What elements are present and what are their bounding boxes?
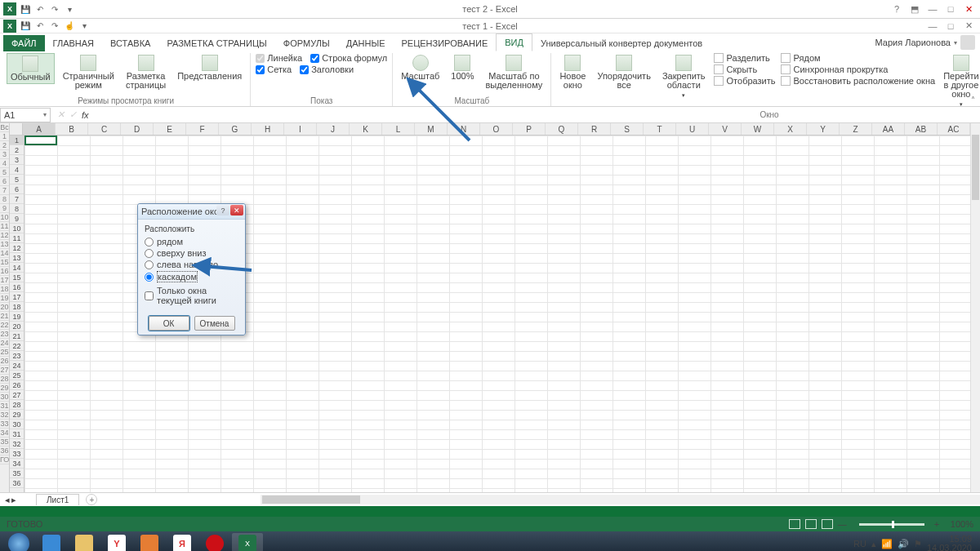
tab-file[interactable]: ФАЙЛ (3, 35, 45, 51)
minimize-icon[interactable]: — (924, 3, 941, 15)
chk-active-workbook[interactable]: Только окна текущей книги (145, 286, 238, 305)
collapse-ribbon-icon[interactable]: ˄ (971, 96, 975, 104)
row-header[interactable]: 24 (10, 361, 24, 371)
ok-button[interactable]: ОК (149, 316, 189, 331)
radio-vertical[interactable]: слева направо (145, 260, 238, 269)
col-header[interactable]: H (252, 123, 284, 135)
dialog-close-icon[interactable]: ✕ (230, 205, 243, 216)
undo-icon[interactable]: ↶ (34, 20, 46, 32)
opera-icon[interactable] (199, 533, 230, 551)
zoom-in-icon[interactable]: + (934, 519, 946, 529)
redo-icon[interactable]: ↷ (49, 3, 60, 15)
tab-review[interactable]: РЕЦЕНЗИРОВАНИЕ (393, 35, 496, 51)
col-header[interactable]: Q (546, 123, 578, 135)
col-header[interactable]: Y (807, 123, 840, 135)
row-header[interactable]: 13 (10, 253, 24, 263)
yandex-icon[interactable]: Y (101, 533, 132, 551)
zoom-slider[interactable] (859, 523, 924, 526)
radio-cascade[interactable]: каскадом (145, 271, 238, 282)
split-button[interactable]: Разделить (714, 53, 776, 63)
new-window-button[interactable]: Новое окно (556, 53, 589, 91)
row-header[interactable]: 29 (10, 410, 24, 420)
player-icon[interactable] (134, 533, 165, 551)
col-header[interactable]: AC (938, 123, 970, 135)
enter-fx-icon[interactable]: ✓ (69, 109, 77, 120)
cancel-fx-icon[interactable]: ✕ (57, 109, 65, 120)
col-header[interactable]: N (448, 123, 480, 135)
row-header[interactable]: 26 (10, 380, 24, 390)
explorer-icon[interactable] (69, 533, 100, 551)
row-header[interactable]: 22 (10, 341, 24, 351)
row-header[interactable]: 7 (10, 194, 24, 204)
tab-data[interactable]: ДАННЫЕ (338, 35, 394, 51)
row-header[interactable]: 23 (10, 351, 24, 361)
row-header[interactable]: 30 (10, 420, 24, 429)
maximize-icon[interactable]: □ (942, 3, 959, 15)
row-header[interactable]: 31 (10, 429, 24, 439)
zoom-selection-button[interactable]: Масштаб по выделенному (482, 53, 546, 91)
qat-dd-icon[interactable]: ▾ (78, 20, 90, 32)
side-by-side-button[interactable]: Рядом (781, 53, 936, 63)
row-header[interactable]: 25 (10, 371, 24, 380)
col-header[interactable]: Z (840, 123, 872, 135)
chk-ruler[interactable]: Линейка (256, 53, 302, 63)
row-header[interactable]: 35 (10, 469, 24, 478)
row-header[interactable]: 15 (10, 273, 24, 282)
row-header[interactable]: 8 (10, 204, 24, 214)
col-header[interactable]: P (513, 123, 546, 135)
fx-icon[interactable]: fx (82, 110, 89, 120)
cancel-button[interactable]: Отмена (194, 316, 235, 331)
save-icon[interactable]: 💾 (20, 20, 31, 32)
horizontal-scrollbar[interactable] (261, 495, 980, 504)
tab-pagelayout[interactable]: РАЗМЕТКА СТРАНИЦЫ (158, 35, 274, 51)
row-header[interactable]: 3 (10, 155, 24, 165)
view-custom-button[interactable]: Представления (174, 53, 245, 82)
close-icon[interactable]: ✕ (960, 20, 977, 32)
col-header[interactable]: J (317, 123, 350, 135)
help-icon[interactable]: ? (889, 3, 905, 15)
zoom-level[interactable]: 100% (951, 519, 973, 529)
zoom-button[interactable]: Масштаб (398, 53, 443, 82)
chk-formulabar[interactable]: Строка формул (310, 53, 387, 63)
dialog-titlebar[interactable]: Расположение окон ? ✕ (138, 204, 245, 220)
arrange-all-button[interactable]: Упорядочить все (594, 53, 653, 91)
col-header[interactable]: B (56, 123, 88, 135)
row-header[interactable]: 32 (10, 439, 24, 449)
col-header[interactable]: F (186, 123, 219, 135)
view-normal-icon[interactable] (789, 519, 800, 529)
row-header[interactable]: 10 (10, 224, 24, 233)
network-icon[interactable]: 📶 (881, 539, 893, 549)
dialog-help-icon[interactable]: ? (216, 205, 229, 216)
action-icon[interactable]: ⚑ (914, 539, 922, 549)
reset-pos-button[interactable]: Восстановить расположение окна (781, 76, 936, 86)
row-header[interactable]: 21 (10, 331, 24, 341)
radio-horizontal[interactable]: сверху вниз (145, 248, 238, 258)
view-pagelayout-button[interactable]: Разметка страницы (122, 53, 169, 91)
zoom-100-button[interactable]: 100% (448, 53, 477, 82)
ya-icon[interactable]: Я (167, 533, 198, 551)
row-header[interactable]: 11 (10, 233, 24, 243)
tray-up-icon[interactable]: ▴ (871, 539, 876, 549)
excel-task-icon[interactable]: X (232, 533, 263, 551)
row-header[interactable]: 27 (10, 390, 24, 400)
row-header[interactable]: 34 (10, 459, 24, 469)
start-button[interactable] (3, 533, 34, 551)
undo-icon[interactable]: ↶ (34, 3, 46, 15)
user-account[interactable]: Мария Ларионова ▾ (875, 35, 975, 50)
row-header[interactable]: 19 (10, 312, 24, 322)
col-header[interactable]: C (88, 123, 121, 135)
row-header[interactable]: 14 (10, 263, 24, 273)
tab-view[interactable]: ВИД (496, 33, 532, 51)
row-header[interactable]: 18 (10, 302, 24, 312)
freeze-panes-button[interactable]: Закрепить области▾ (659, 53, 709, 101)
maximize-icon[interactable]: □ (942, 20, 959, 32)
col-header[interactable]: M (415, 123, 448, 135)
row-header[interactable]: 12 (10, 243, 24, 253)
row-header[interactable]: 1 (10, 136, 24, 145)
tab-converter[interactable]: Универсальный конвертер документов (532, 35, 710, 51)
col-header[interactable]: I (284, 123, 317, 135)
row-header[interactable]: 6 (10, 184, 24, 194)
col-header[interactable]: AA (872, 123, 905, 135)
col-header[interactable]: O (480, 123, 513, 135)
row-header[interactable]: 2 (10, 145, 24, 155)
